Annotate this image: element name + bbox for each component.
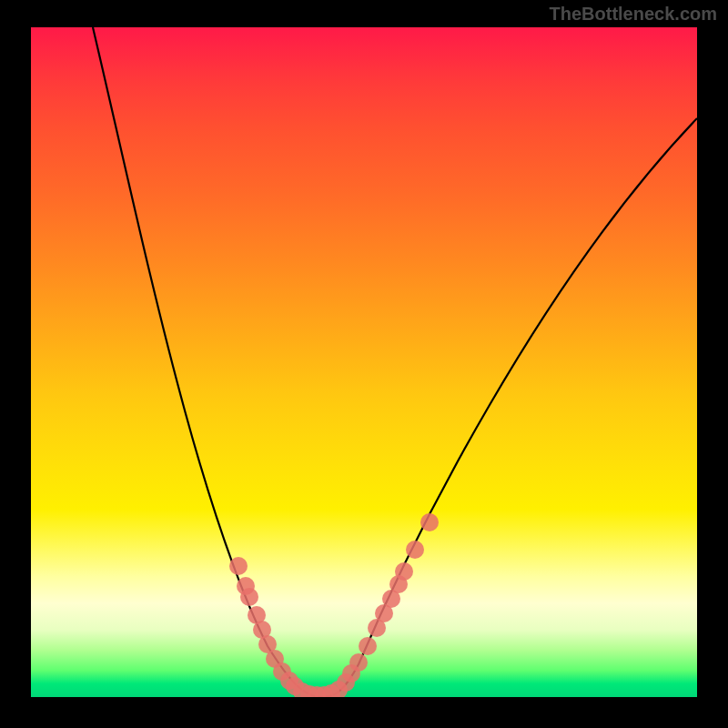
curve-svg: [31, 27, 697, 697]
plot-area: [31, 27, 697, 697]
data-point: [229, 557, 248, 575]
data-point-group: [229, 513, 439, 697]
data-point: [359, 637, 377, 655]
data-point: [420, 513, 439, 531]
data-point: [395, 562, 413, 581]
data-point: [349, 653, 368, 672]
data-point: [406, 541, 424, 559]
chart-container: TheBottleneck.com: [0, 0, 728, 728]
watermark-text: TheBottleneck.com: [550, 4, 717, 25]
data-point: [240, 588, 258, 606]
